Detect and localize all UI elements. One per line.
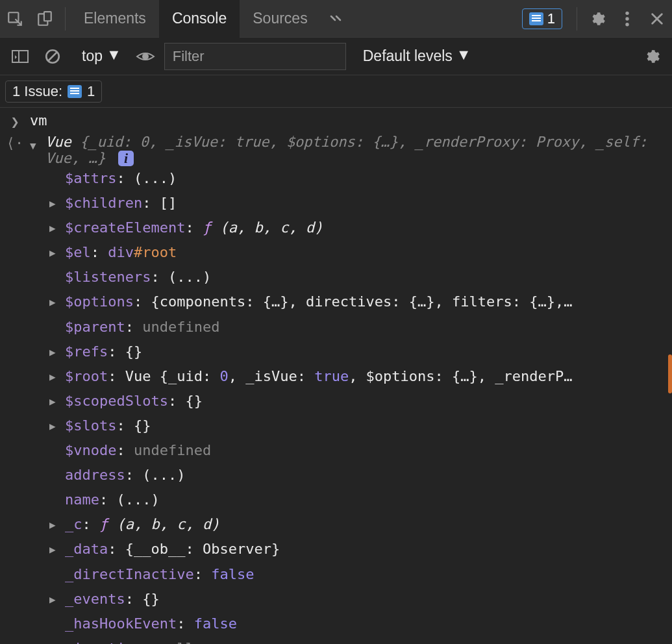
- object-property-row[interactable]: ▶$parent: undefined: [49, 315, 664, 340]
- devtools-tabbar: Elements Console Sources 1: [0, 0, 672, 38]
- object-property-row[interactable]: ▶$slots: {}: [49, 414, 664, 438]
- expand-toggle[interactable]: ▶: [49, 242, 65, 262]
- clear-console-icon[interactable]: [39, 43, 66, 70]
- object-property-row[interactable]: ▶_inactive: null: [49, 636, 664, 644]
- object-property-row[interactable]: ▶$options: {components: {…}, directives:…: [49, 290, 664, 314]
- console-result-row: ⟨· ▼ Vue {_uid: 0, _isVue: true, $option…: [0, 132, 672, 644]
- context-selector[interactable]: top ▼: [77, 47, 127, 65]
- console-toolbar: top ▼ Default levels ▼: [0, 38, 672, 75]
- chevron-down-icon: ▼: [106, 46, 121, 64]
- chat-icon: [529, 12, 543, 25]
- property-content: _events: {}: [65, 588, 160, 610]
- expand-toggle[interactable]: ▼: [30, 134, 45, 152]
- property-content: $createElement: ƒ (a, b, c, d): [65, 217, 323, 239]
- info-badge-icon[interactable]: i: [118, 151, 134, 166]
- issues-bar: 1 Issue: 1: [0, 75, 672, 108]
- property-content: $slots: {}: [65, 415, 151, 437]
- issues-pill[interactable]: 1 Issue: 1: [5, 80, 102, 103]
- object-property-row[interactable]: ▶$el: div#root: [49, 240, 664, 265]
- object-property-row[interactable]: ▶_hasHookEvent: false: [49, 612, 664, 636]
- property-content: $children: []: [65, 192, 177, 214]
- kebab-menu-icon[interactable]: [612, 0, 642, 38]
- filter-input[interactable]: [164, 43, 346, 70]
- live-expression-eye-icon[interactable]: [132, 43, 159, 70]
- property-content: $scopedSlots: {}: [65, 390, 203, 412]
- issues-badge-count: 1: [547, 10, 555, 27]
- issues-label: 1 Issue:: [12, 83, 62, 100]
- property-content: _data: {__ob__: Observer}: [65, 538, 280, 560]
- toggle-sidebar-icon[interactable]: [6, 43, 34, 70]
- input-chevron-icon: ❯: [0, 112, 30, 130]
- property-content: _hasHookEvent: false: [65, 613, 237, 635]
- property-content: $attrs: (...): [65, 167, 177, 190]
- result-preview[interactable]: Vue {_uid: 0, _isVue: true, $options: {……: [45, 134, 664, 166]
- property-content: $options: {components: {…}, directives: …: [65, 291, 572, 313]
- svg-point-8: [143, 54, 148, 59]
- chevron-down-icon: ▼: [456, 46, 471, 64]
- object-property-row[interactable]: ▶name: (...): [49, 488, 664, 512]
- console-settings-gear-icon[interactable]: [638, 43, 666, 70]
- console-input-row: ❯ vm: [0, 110, 672, 132]
- object-property-row[interactable]: ▶_c: ƒ (a, b, c, d): [49, 512, 664, 537]
- expand-toggle[interactable]: ▶: [49, 217, 65, 237]
- object-property-row[interactable]: ▶_events: {}: [49, 587, 664, 612]
- property-content: _inactive: null: [65, 638, 194, 644]
- property-content: $listeners: (...): [65, 266, 211, 288]
- object-property-row[interactable]: ▶$attrs: (...): [49, 166, 664, 191]
- log-levels-label: Default levels: [363, 47, 453, 65]
- property-content: $vnode: undefined: [65, 440, 211, 462]
- expand-toggle[interactable]: ▶: [49, 341, 65, 361]
- expand-toggle[interactable]: ▶: [49, 538, 65, 558]
- object-property-row[interactable]: ▶$listeners: (...): [49, 265, 664, 290]
- expand-toggle[interactable]: ▶: [49, 415, 65, 435]
- output-chevron-icon: ⟨·: [0, 134, 30, 151]
- expand-toggle[interactable]: ▶: [49, 192, 65, 212]
- property-content: _directInactive: false: [65, 564, 254, 586]
- object-property-row[interactable]: ▶address: (...): [49, 463, 664, 488]
- expand-toggle[interactable]: ▶: [49, 291, 65, 311]
- expand-toggle[interactable]: ▶: [49, 514, 65, 534]
- property-content: $refs: {}: [65, 341, 142, 363]
- object-property-row[interactable]: ▶_data: {__ob__: Observer}: [49, 537, 664, 562]
- input-expression[interactable]: vm: [30, 112, 672, 129]
- svg-point-5: [625, 22, 628, 25]
- svg-rect-2: [44, 12, 51, 21]
- svg-point-3: [625, 11, 628, 14]
- property-content: $parent: undefined: [65, 316, 219, 338]
- more-tabs-chevron-icon[interactable]: [321, 0, 351, 38]
- object-property-row[interactable]: ▶$scopedSlots: {}: [49, 389, 664, 414]
- chat-icon: [68, 85, 82, 98]
- settings-gear-icon[interactable]: [582, 0, 612, 38]
- object-property-row[interactable]: ▶_directInactive: false: [49, 562, 664, 587]
- expand-toggle[interactable]: ▶: [49, 390, 65, 410]
- expand-toggle[interactable]: ▶: [49, 365, 65, 386]
- close-icon[interactable]: [642, 0, 672, 38]
- tab-sources[interactable]: Sources: [240, 0, 320, 38]
- issues-count: 1: [87, 83, 95, 100]
- scrollbar-marker: [668, 354, 672, 393]
- property-content: _c: ƒ (a, b, c, d): [65, 514, 219, 536]
- separator: [65, 7, 66, 31]
- property-content: $el: div#root: [65, 242, 177, 264]
- log-levels-selector[interactable]: Default levels ▼: [363, 47, 471, 65]
- object-property-row[interactable]: ▶$children: []: [49, 191, 664, 216]
- tab-console[interactable]: Console: [159, 0, 240, 38]
- svg-point-4: [625, 17, 628, 20]
- device-toolbar-icon[interactable]: [30, 0, 60, 38]
- tab-elements[interactable]: Elements: [71, 0, 159, 38]
- expand-toggle[interactable]: ▶: [49, 588, 65, 608]
- inspect-element-icon[interactable]: [0, 0, 30, 38]
- separator: [577, 7, 577, 31]
- property-content: $root: Vue {_uid: 0, _isVue: true, $opti…: [65, 365, 573, 388]
- property-content: address: (...): [65, 464, 185, 486]
- context-label: top: [82, 47, 103, 65]
- svg-rect-6: [12, 51, 28, 62]
- issues-badge[interactable]: 1: [522, 8, 562, 29]
- object-property-row[interactable]: ▶$refs: {}: [49, 340, 664, 364]
- property-content: name: (...): [65, 489, 160, 511]
- object-property-row[interactable]: ▶$vnode: undefined: [49, 438, 664, 463]
- object-property-row[interactable]: ▶$root: Vue {_uid: 0, _isVue: true, $opt…: [49, 364, 664, 389]
- console-output: ❯ vm ⟨· ▼ Vue {_uid: 0, _isVue: true, $o…: [0, 108, 672, 644]
- object-property-row[interactable]: ▶$createElement: ƒ (a, b, c, d): [49, 216, 664, 240]
